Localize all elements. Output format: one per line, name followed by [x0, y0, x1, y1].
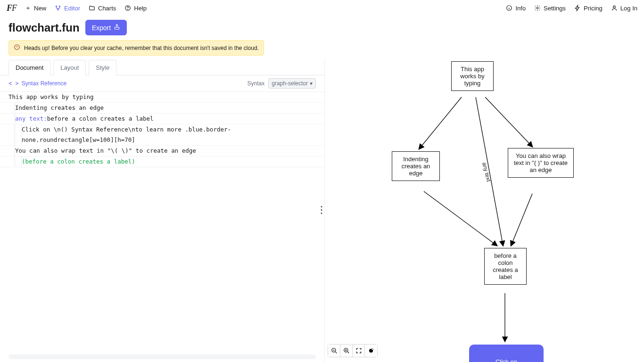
indent-guide: [15, 156, 22, 167]
banner-text: Heads up! Before you clear your cache, r…: [24, 45, 259, 51]
flowchart-canvas[interactable]: This app works by typing Indenting creat…: [325, 59, 644, 362]
edges-layer: [325, 59, 644, 362]
nav-login-label: Log In: [620, 5, 637, 12]
topbar-left: FF ＋ New Editor Charts Help: [7, 3, 147, 13]
nav-login[interactable]: Log In: [611, 5, 637, 12]
svg-point-6: [537, 7, 538, 9]
svg-point-11: [321, 209, 322, 211]
indent-guide: [8, 114, 15, 124]
editor-line: any text: before a colon creates a label: [0, 114, 324, 124]
editor-token-paren: (before a colon creates a label): [22, 156, 135, 167]
svg-point-10: [321, 206, 322, 207]
nav-info[interactable]: Info: [506, 5, 526, 12]
editor-text: This app works by typing: [8, 92, 94, 102]
export-label: Export: [92, 24, 111, 32]
title-row: flowchart.fun Export: [0, 16, 644, 40]
topbar-right: Info Settings Pricing Log In: [506, 5, 637, 12]
svg-line-17: [511, 194, 532, 246]
flow-node[interactable]: This app works by typing: [451, 61, 494, 91]
editor-line: Click on \n() Syntax Reference\nto learn…: [0, 124, 324, 146]
syntax-ref-label: Syntax Reference: [22, 80, 66, 87]
svg-point-12: [321, 213, 322, 214]
editor-line: [0, 167, 324, 178]
flow-node[interactable]: before a colon creates a label: [484, 248, 527, 285]
horizontal-scrollbar[interactable]: [8, 354, 316, 359]
editor-text: Click on \n() Syntax Reference\nto learn…: [22, 124, 316, 145]
zoom-in-button[interactable]: [340, 345, 353, 357]
indent-guide: [8, 156, 15, 167]
topbar: FF ＋ New Editor Charts Help: [0, 0, 644, 16]
canvas-controls: [328, 344, 378, 357]
nav-info-label: Info: [515, 5, 526, 12]
gear-icon: [534, 5, 541, 11]
editor-text: You can also wrap text in "\( \)" to cre…: [15, 146, 196, 156]
syntax-bar: < > Syntax Reference Syntax graph-select…: [0, 75, 324, 91]
flow-node[interactable]: Indenting creates an edge: [392, 151, 440, 181]
flow-node[interactable]: You can also wrap text in "( )" to creat…: [508, 148, 574, 178]
nav-new-label: New: [34, 5, 46, 12]
canvas-pane[interactable]: This app works by typing Indenting creat…: [324, 59, 644, 362]
reset-button[interactable]: [365, 345, 377, 357]
nav-help-label: Help: [134, 5, 147, 12]
editor-line: You can also wrap text in "\( \)" to cre…: [0, 146, 324, 156]
node-text: You can also wrap text in "( )" to creat…: [513, 152, 569, 173]
svg-point-0: [56, 6, 57, 7]
nav-pricing[interactable]: Pricing: [574, 5, 603, 12]
pane-divider-handle[interactable]: [319, 202, 324, 220]
syntax-selector-group: Syntax graph-selector ▾: [248, 78, 316, 89]
syntax-label: Syntax: [248, 80, 265, 87]
editor-icon: [55, 5, 61, 11]
syntax-selector-value: graph-selector: [272, 80, 308, 87]
nav-charts-label: Charts: [98, 5, 116, 12]
user-icon: [611, 5, 618, 11]
editor-text: Indenting creates an edge: [15, 103, 104, 113]
indent-guide: [8, 146, 15, 156]
editor-text: before a colon creates a label: [47, 114, 154, 124]
help-icon: [124, 5, 131, 11]
syntax-reference-link[interactable]: < > Syntax Reference: [8, 80, 66, 87]
editor-line: Indenting creates an edge: [0, 103, 324, 114]
share-icon: [114, 24, 120, 32]
svg-rect-8: [115, 27, 119, 30]
svg-point-1: [59, 6, 60, 7]
syntax-selector[interactable]: graph-selector ▾: [268, 78, 316, 89]
node-text: This app works by typing: [456, 66, 488, 87]
tab-document[interactable]: Document: [8, 60, 50, 75]
tabs-row: Document Layout Style: [0, 59, 324, 75]
folder-icon: [89, 5, 95, 11]
warning-icon: [14, 44, 20, 52]
doc-title: flowchart.fun: [8, 21, 80, 34]
svg-line-15: [485, 97, 532, 147]
nav-charts[interactable]: Charts: [89, 5, 116, 12]
nav-help[interactable]: Help: [124, 5, 147, 12]
cache-warning-banner: Heads up! Before you clear your cache, r…: [8, 40, 264, 56]
nav-settings[interactable]: Settings: [534, 5, 566, 12]
export-button[interactable]: Export: [85, 20, 127, 35]
indent-guide: [8, 103, 15, 113]
chevron-down-icon: ▾: [310, 80, 313, 87]
bolt-icon: [574, 5, 581, 11]
nav-new[interactable]: ＋ New: [25, 4, 46, 12]
code-editor[interactable]: This app works by typing Indenting creat…: [0, 91, 324, 178]
svg-point-22: [372, 348, 373, 350]
editor-line: (before a colon creates a label): [0, 156, 324, 167]
nav-editor[interactable]: Editor: [55, 5, 80, 12]
tab-layout[interactable]: Layout: [53, 60, 86, 75]
svg-line-13: [419, 97, 462, 149]
nav-settings-label: Settings: [544, 5, 566, 12]
svg-point-2: [58, 9, 58, 10]
tab-style[interactable]: Style: [89, 60, 116, 75]
logo: FF: [7, 3, 17, 13]
editor-token-label: any text:: [15, 114, 47, 124]
node-text: before a colon creates a label: [489, 252, 521, 280]
editor-line: This app works by typing: [0, 92, 324, 103]
node-text: Indenting creates an edge: [397, 156, 435, 177]
main-split: Document Layout Style < > Syntax Referen…: [0, 59, 644, 362]
nav-editor-label: Editor: [64, 5, 80, 12]
zoom-out-button[interactable]: [328, 345, 340, 357]
svg-point-4: [128, 9, 128, 10]
info-icon: [506, 5, 512, 11]
flow-node-blue[interactable]: Click on () Syntax Reference to learn mo…: [469, 345, 544, 362]
indent-guide: [8, 124, 15, 145]
fit-button[interactable]: [353, 345, 365, 357]
